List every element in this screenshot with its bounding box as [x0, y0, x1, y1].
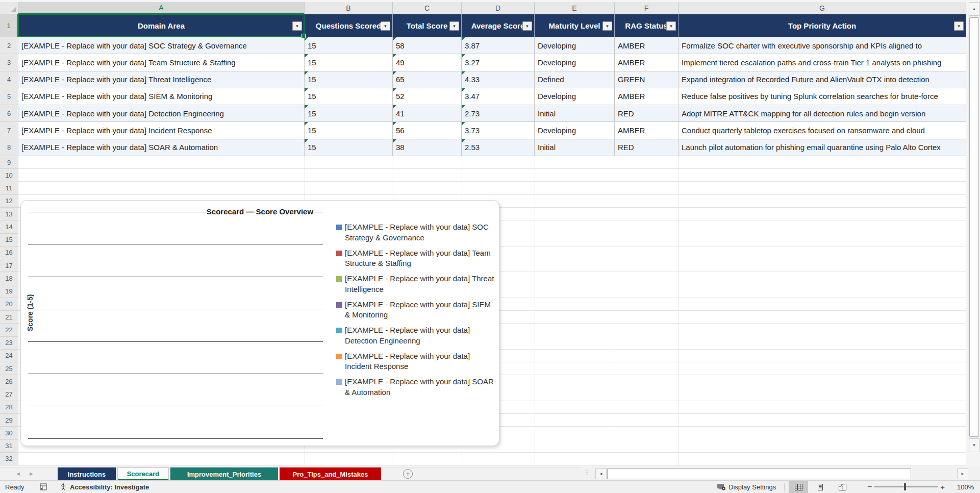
filter-dropdown-button[interactable]: ▼ — [449, 21, 459, 31]
table-header-cell[interactable]: Questions Scored▼ — [305, 14, 393, 37]
sheet-tab-improvement_priorities[interactable]: Improvement_Priorities — [170, 467, 278, 481]
zoom-slider[interactable] — [874, 486, 938, 487]
table-cell-rag[interactable]: AMBER — [615, 122, 679, 139]
zoom-level-button[interactable]: 100% — [957, 481, 974, 493]
row-header-25[interactable]: 25 — [0, 362, 18, 375]
table-cell-total[interactable]: 41 — [393, 105, 462, 122]
row-header-18[interactable]: 18 — [0, 272, 18, 285]
zoom-in-button[interactable]: + — [940, 483, 945, 491]
filter-dropdown-button[interactable]: ▼ — [522, 21, 532, 31]
row-header-26[interactable]: 26 — [0, 375, 18, 388]
table-cell-action[interactable]: Launch pilot automation for phishing ema… — [679, 139, 966, 156]
table-cell-rag[interactable]: AMBER — [615, 54, 679, 71]
scroll-down-button[interactable]: ▼ — [969, 438, 979, 452]
vertical-scroll-thumb[interactable] — [969, 17, 979, 437]
legend-item[interactable]: [EXAMPLE - Replace with your data] Detec… — [336, 325, 494, 351]
legend-item[interactable]: [EXAMPLE - Replace with your data] Team … — [336, 248, 494, 274]
table-cell-avg[interactable]: 3.73 — [462, 122, 535, 139]
row-header-13[interactable]: 13 — [0, 208, 18, 220]
table-cell-questions[interactable]: 15 — [305, 139, 393, 156]
table-cell-maturity[interactable]: Defined — [535, 71, 615, 88]
table-cell-total[interactable]: 65 — [393, 71, 462, 88]
row-header-11[interactable]: 11 — [0, 182, 18, 195]
row-header-14[interactable]: 14 — [0, 220, 18, 233]
table-cell-avg[interactable]: 4.33 — [462, 71, 535, 88]
table-cell-action[interactable]: Adopt MITRE ATT&CK mapping for all detec… — [679, 105, 966, 122]
column-header-C[interactable]: C — [393, 2, 462, 14]
table-header-cell[interactable]: Average Score▼ — [462, 14, 535, 37]
table-cell-action[interactable]: Expand integration of Recorded Future an… — [679, 71, 966, 88]
table-cell-total[interactable]: 56 — [393, 122, 462, 139]
table-header-cell[interactable]: RAG Status▼ — [615, 14, 679, 37]
column-header-G[interactable]: G — [679, 2, 966, 14]
filter-dropdown-button[interactable]: ▼ — [954, 21, 964, 31]
row-header-10[interactable]: 10 — [0, 169, 18, 182]
row-header-28[interactable]: 28 — [0, 401, 18, 414]
table-cell-questions[interactable]: 15 — [305, 54, 393, 71]
row-header-19[interactable]: 19 — [0, 285, 18, 298]
table-cell-questions[interactable]: 15 — [305, 105, 393, 122]
table-header-cell[interactable]: Top Priority Action▼ — [679, 14, 966, 37]
row-header-3[interactable]: 3 — [0, 54, 18, 71]
table-cell-domain[interactable]: [EXAMPLE - Replace with your data] SOC S… — [18, 37, 305, 54]
row-header-23[interactable]: 23 — [0, 337, 18, 350]
table-cell-maturity[interactable]: Developing — [535, 54, 615, 71]
table-cell-domain[interactable]: [EXAMPLE - Replace with your data] Incid… — [18, 122, 305, 139]
table-cell-rag[interactable]: AMBER — [615, 88, 679, 105]
table-cell-questions[interactable]: 15 — [305, 122, 393, 139]
table-header-cell[interactable]: Domain Area▼ — [18, 14, 305, 37]
table-cell-maturity[interactable]: Initial — [535, 105, 615, 122]
table-cell-domain[interactable]: [EXAMPLE - Replace with your data] SOAR … — [18, 139, 305, 156]
row-header-12[interactable]: 12 — [0, 195, 18, 208]
table-cell-avg[interactable]: 2.53 — [462, 139, 535, 156]
sheet-tab-instructions[interactable]: Instructions — [58, 467, 116, 481]
row-header-29[interactable]: 29 — [0, 414, 18, 427]
table-cell-domain[interactable]: [EXAMPLE - Replace with your data] SIEM … — [18, 88, 305, 105]
row-header-15[interactable]: 15 — [0, 234, 18, 246]
row-header-27[interactable]: 27 — [0, 388, 18, 401]
table-cell-total[interactable]: 52 — [393, 88, 462, 105]
sheet-tab-scorecard[interactable]: Scorecard — [117, 467, 169, 481]
accessibility-status-button[interactable]: Accessibility: Investigate — [59, 481, 149, 493]
table-cell-action[interactable]: Reduce false positives by tuning Splunk … — [679, 88, 966, 105]
table-header-cell[interactable]: Total Score▼ — [393, 14, 462, 37]
table-cell-questions[interactable]: 15 — [305, 71, 393, 88]
row-header-22[interactable]: 22 — [0, 324, 18, 336]
table-cell-total[interactable]: 58 — [393, 37, 462, 54]
table-cell-questions[interactable]: 15 — [305, 37, 393, 54]
horizontal-scroll-thumb[interactable] — [607, 469, 911, 479]
row-header-17[interactable]: 17 — [0, 259, 18, 272]
legend-item[interactable]: [EXAMPLE - Replace with your data] SOC S… — [336, 222, 494, 248]
macro-record-icon[interactable] — [40, 481, 47, 493]
table-cell-rag[interactable]: RED — [615, 105, 679, 122]
table-cell-maturity[interactable]: Developing — [535, 88, 615, 105]
legend-item[interactable]: [EXAMPLE - Replace with your data] Threa… — [336, 274, 494, 300]
tab-nav-left-icon[interactable]: ◄ — [15, 471, 21, 477]
row-header-2[interactable]: 2 — [0, 37, 18, 54]
table-header-cell[interactable]: Maturity Level▼ — [535, 14, 615, 37]
row-header-31[interactable]: 31 — [0, 440, 18, 453]
display-settings-button[interactable]: Display Settings — [717, 481, 776, 493]
row-header-24[interactable]: 24 — [0, 350, 18, 362]
embedded-chart[interactable]: Scorecard — Score Overview Score (1-5) [… — [20, 200, 499, 446]
new-sheet-button[interactable]: + — [403, 469, 413, 479]
vertical-scrollbar[interactable]: ▲ ▼ — [968, 2, 980, 452]
table-cell-domain[interactable]: [EXAMPLE - Replace with your data] Team … — [18, 54, 305, 71]
horizontal-scrollbar[interactable]: ⋮ ◄ ► — [582, 467, 980, 480]
select-all-corner[interactable] — [0, 2, 18, 14]
legend-item[interactable]: [EXAMPLE - Replace with your data] SOAR … — [336, 377, 494, 403]
scrollbar-resize-grip[interactable]: ⋮ — [584, 469, 590, 476]
table-cell-avg[interactable]: 3.27 — [462, 54, 535, 71]
table-cell-total[interactable]: 49 — [393, 54, 462, 71]
column-header-A[interactable]: A — [18, 2, 305, 14]
zoom-out-button[interactable]: − — [867, 482, 872, 491]
row-header-32[interactable]: 32 — [0, 453, 18, 465]
table-cell-total[interactable]: 38 — [393, 139, 462, 156]
table-cell-rag[interactable]: GREEN — [615, 71, 679, 88]
filter-dropdown-button[interactable]: ▼ — [602, 21, 612, 31]
row-header-20[interactable]: 20 — [0, 298, 18, 311]
page-layout-view-button[interactable] — [811, 481, 830, 493]
table-cell-domain[interactable]: [EXAMPLE - Replace with your data] Detec… — [18, 105, 305, 122]
page-break-preview-button[interactable] — [833, 481, 852, 493]
scroll-right-button[interactable]: ► — [957, 469, 968, 479]
